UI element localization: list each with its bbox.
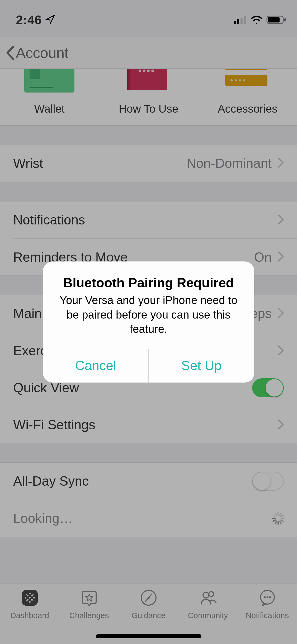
- set-up-button[interactable]: Set Up: [148, 349, 254, 383]
- alert-dialog: Bluetooth Pairing Required Your Versa an…: [43, 261, 254, 383]
- cancel-button[interactable]: Cancel: [43, 349, 149, 383]
- alert-title: Bluetooth Pairing Required: [56, 275, 242, 291]
- alert-message: Your Versa and your iPhone need to be pa…: [56, 293, 242, 337]
